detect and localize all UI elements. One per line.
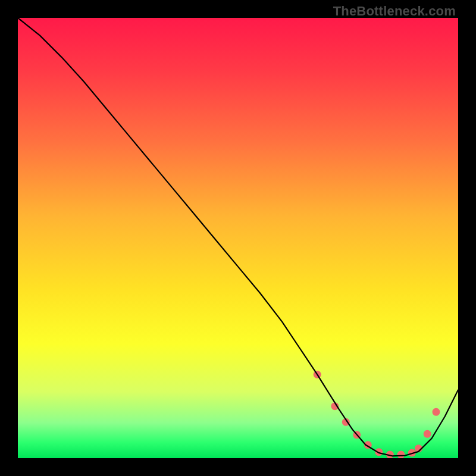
highlight-point xyxy=(424,430,431,438)
gradient-background xyxy=(18,18,458,458)
highlight-point xyxy=(433,408,440,416)
chart-frame xyxy=(18,18,458,458)
highlight-point xyxy=(397,451,405,458)
attribution-label: TheBottleneck.com xyxy=(333,4,456,19)
bottleneck-chart xyxy=(18,18,458,458)
